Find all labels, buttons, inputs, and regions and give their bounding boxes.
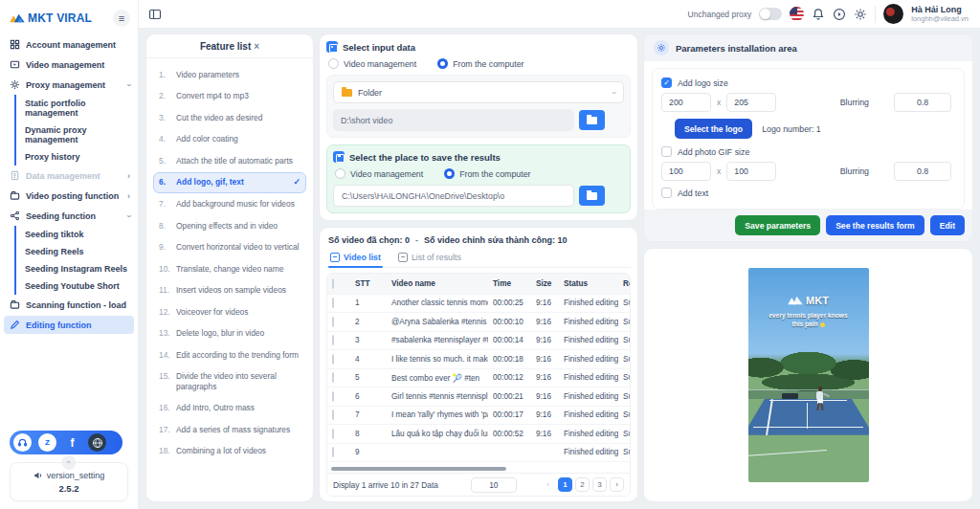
page-button-2[interactable]: 2: [575, 477, 590, 492]
edit-button[interactable]: Edit: [930, 215, 965, 235]
row-checkbox[interactable]: [332, 391, 334, 402]
feature-item[interactable]: 10.Translate, change video name: [153, 258, 306, 279]
add-logo-size-checkbox[interactable]: ✓: [661, 77, 672, 88]
collapse-panel-button[interactable]: ›: [62, 455, 77, 470]
table-row[interactable]: 4I like tennis so much. it make00:00:189…: [327, 350, 631, 369]
row-checkbox[interactable]: [332, 447, 334, 457]
add-text-checkbox[interactable]: [661, 188, 672, 198]
table-row[interactable]: 9Finished editingSuccess: [327, 443, 631, 462]
row-checkbox[interactable]: [332, 429, 334, 439]
feature-item[interactable]: 3.Cut the video as desired: [153, 107, 306, 128]
page-button-3[interactable]: 3: [592, 477, 607, 492]
see-results-form-button[interactable]: See the results form: [826, 215, 924, 235]
page-size-select[interactable]: 10: [471, 477, 517, 493]
settings-gear-icon[interactable]: [854, 8, 867, 21]
facebook-icon[interactable]: f: [63, 433, 81, 452]
video-preview[interactable]: MKT every tennis player knows this pain: [748, 268, 869, 482]
sidebar-subitem-seeding-tiktok[interactable]: Seeding tiktok: [14, 226, 138, 243]
proxy-toggle[interactable]: [759, 8, 782, 20]
prev-page-icon[interactable]: ‹: [541, 477, 555, 492]
row-checkbox[interactable]: [332, 372, 334, 383]
bell-icon[interactable]: [812, 8, 825, 21]
sidebar-item-account-management[interactable]: Account management: [0, 34, 138, 55]
feature-item[interactable]: 11.Insert videos on sample videos: [153, 280, 306, 301]
language-flag-icon[interactable]: [790, 7, 804, 21]
table-row[interactable]: 3#sabalenka #tennisplayer #te00:00:149:1…: [327, 331, 631, 350]
sidebar-item-editing-function[interactable]: Editing function: [4, 316, 134, 334]
feature-item[interactable]: 7.Add background music for videos: [153, 194, 306, 215]
radio-video-management[interactable]: [335, 168, 345, 179]
row-checkbox[interactable]: [332, 298, 334, 308]
add-photo-gif-checkbox[interactable]: [661, 146, 672, 157]
table-row[interactable]: 1Another classic tennis moments00:00:259…: [327, 294, 631, 313]
select-logo-button[interactable]: Select the logo: [675, 119, 752, 139]
sidebar-subitem-seeding-reels[interactable]: Seeding Reels: [14, 243, 138, 260]
radio-video-management[interactable]: [328, 58, 339, 69]
row-checkbox[interactable]: [332, 317, 334, 327]
feature-item[interactable]: 9.Convert horizontal video to vertical: [153, 237, 306, 258]
table-row[interactable]: 5Best combo ever 🎾 #ten00:00:129:16Finis…: [327, 368, 631, 387]
feature-item[interactable]: 14.Edit according to the trending form: [153, 344, 306, 365]
row-checkbox[interactable]: [332, 409, 334, 420]
sidebar-item-data-management[interactable]: Data management ›: [0, 166, 138, 186]
feature-item[interactable]: 2.Convert mp4 to mp3: [153, 86, 306, 107]
browse-input-folder-button[interactable]: [579, 110, 605, 130]
sidebar-collapse-button[interactable]: ≡: [113, 10, 130, 27]
support-headset-icon[interactable]: [13, 433, 32, 452]
row-checkbox[interactable]: [332, 335, 334, 345]
table-row[interactable]: 6Girl tennis #tennis #tennispl00:00:219:…: [327, 387, 631, 407]
feature-item[interactable]: 18.Combining a lot of videos: [153, 441, 306, 462]
browse-save-folder-button[interactable]: [579, 186, 605, 206]
sidebar-item-scanning-function[interactable]: Scanning function - load: [0, 295, 138, 315]
tab-video-list[interactable]: Video list: [328, 250, 383, 267]
sidebar-item-seeding-function[interactable]: Seeding function ›: [0, 206, 138, 226]
page-button-1[interactable]: 1: [558, 477, 572, 492]
sidebar-subitem-seeding-youtube-short[interactable]: Seeding Youtube Short: [14, 277, 138, 295]
sidebar-item-video-posting-function[interactable]: Video posting function ›: [0, 186, 138, 206]
feature-item[interactable]: 5.Attach the title of automatic parts: [153, 150, 306, 171]
play-circle-icon[interactable]: [833, 8, 846, 21]
save-path-field[interactable]: C:\Users\HAILONGHA\OneDrive\Desktop\o: [333, 185, 574, 207]
gif-width-input[interactable]: 100: [661, 162, 711, 181]
folder-type-select[interactable]: Folder ›: [333, 81, 624, 103]
feature-item[interactable]: 12.Voiceover for videos: [153, 301, 306, 322]
logo-height-input[interactable]: 205: [726, 93, 776, 112]
feature-item[interactable]: 16.Add Intro, Outro mass: [153, 398, 306, 419]
radio-from-computer[interactable]: [437, 58, 448, 69]
input-path-field[interactable]: D:\short video: [333, 109, 574, 131]
gif-height-input[interactable]: 100: [726, 162, 776, 181]
tab-list-of-results[interactable]: List of results: [396, 250, 463, 267]
select-all-checkbox[interactable]: [332, 278, 334, 289]
panel-toggle-icon[interactable]: [148, 8, 162, 21]
sidebar-subitem-dynamic-proxy-management[interactable]: Dynamic proxy management: [14, 122, 138, 148]
radio-from-computer[interactable]: [444, 168, 455, 179]
save-parameters-button[interactable]: Save parameters: [735, 215, 820, 235]
feature-item[interactable]: 13.Delete logo, blur in video: [153, 323, 306, 344]
close-icon[interactable]: ×: [254, 41, 259, 52]
feature-item[interactable]: 17.Add a series of mass signatures: [153, 419, 306, 440]
sidebar-subitem-seeding-instagram-reels[interactable]: Seeding Instagram Reels: [14, 260, 138, 277]
feature-item[interactable]: 1.Video parameters: [153, 64, 306, 85]
version-label: version_setting: [47, 471, 105, 480]
sidebar-subitem-static-portfolio-management[interactable]: Static portfolio management: [14, 95, 138, 122]
sidebar-subitem-proxy-history[interactable]: Proxy history: [14, 148, 138, 166]
row-checkbox[interactable]: [332, 354, 334, 365]
sidebar-item-video-management[interactable]: Video management: [0, 55, 138, 75]
feature-item-selected[interactable]: 6.Add logo, gif, text✓: [153, 172, 306, 193]
tennis-player: [813, 387, 827, 411]
logo-width-input[interactable]: 200: [661, 93, 711, 112]
feature-item[interactable]: 8.Opening effects and in video: [153, 215, 306, 236]
logo-blurring-input[interactable]: 0.8: [894, 93, 951, 112]
table-row[interactable]: 8Lâu quá ko tập chạy đuổi lun00:00:529:1…: [327, 425, 631, 444]
globe-icon[interactable]: [88, 433, 106, 452]
sidebar-item-proxy-management[interactable]: Proxy management ›: [0, 75, 138, 95]
zalo-icon[interactable]: Z: [38, 433, 56, 452]
gif-blurring-input[interactable]: 0.8: [894, 162, 951, 181]
table-row[interactable]: 2@Aryna Sabalenka #tennis #te00:00:109:1…: [327, 313, 631, 332]
table-row[interactable]: 7I mean 'rally' rhymes with 'pa00:00:179…: [327, 406, 631, 425]
user-avatar[interactable]: [883, 4, 903, 24]
feature-item[interactable]: 15.Divide the video into several paragra…: [153, 366, 306, 397]
next-page-icon[interactable]: ›: [610, 477, 624, 492]
horizontal-scrollbar[interactable]: [331, 467, 506, 471]
feature-item[interactable]: 4.Add color coating: [153, 129, 306, 150]
